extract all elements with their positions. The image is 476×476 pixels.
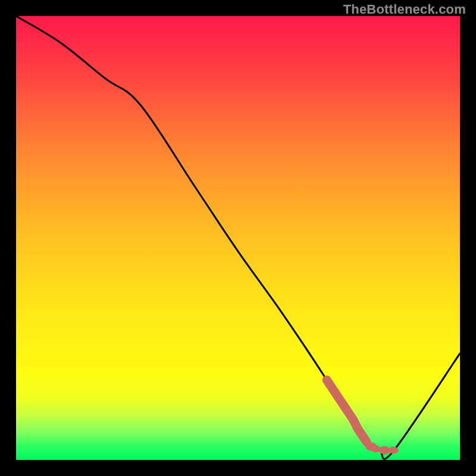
curve-layer xyxy=(16,16,460,460)
highlight-dots xyxy=(365,443,398,455)
attribution-watermark: TheBottleneck.com xyxy=(343,2,466,17)
plot-area xyxy=(16,16,460,460)
chart-container: TheBottleneck.com xyxy=(0,0,476,476)
highlight-segment xyxy=(327,380,367,442)
bottleneck-curve xyxy=(16,16,460,459)
highlight-dot xyxy=(389,447,399,454)
